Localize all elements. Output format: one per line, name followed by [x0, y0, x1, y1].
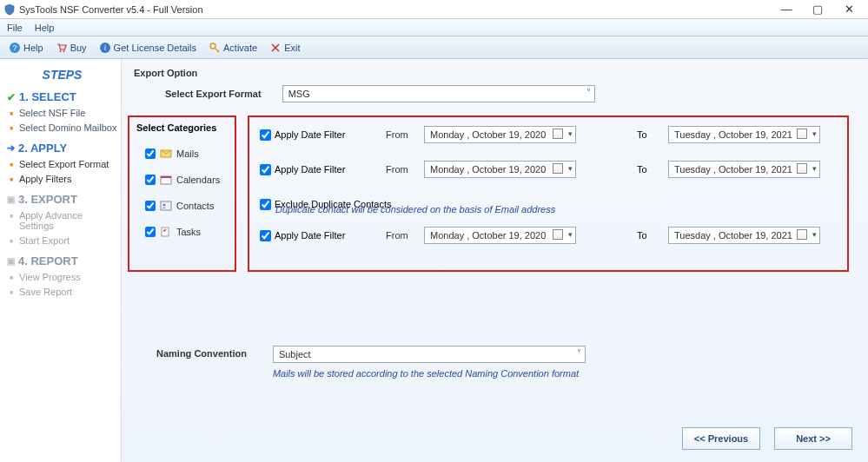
svg-rect-9 — [161, 176, 171, 178]
calendar-icon — [797, 129, 807, 139]
to-label: To — [637, 230, 659, 241]
cart-icon — [56, 42, 68, 54]
export-format-label: Select Export Format — [165, 89, 262, 99]
category-calendars[interactable]: Calendars — [145, 175, 228, 185]
tasks-date-filter-checkbox[interactable] — [260, 230, 271, 241]
svg-rect-10 — [161, 201, 171, 210]
naming-note: Mails will be stored according to the se… — [273, 368, 586, 379]
arrow-icon: ➔ — [7, 142, 15, 154]
content-panel: Export Option Select Export Format MSG S… — [122, 59, 868, 462]
category-tasks[interactable]: Tasks — [145, 227, 228, 237]
tasks-icon — [160, 227, 172, 237]
svg-text:i: i — [104, 43, 106, 52]
calendar-icon — [797, 163, 807, 174]
step-3-item-adv: Apply Advance Settings — [19, 210, 117, 231]
calendars-date-filter-checkbox[interactable] — [260, 164, 271, 175]
from-label: From — [386, 230, 415, 241]
step-2-title: ➔2. APPLY — [7, 142, 117, 155]
menu-file[interactable]: File — [7, 23, 23, 33]
from-label: From — [386, 129, 415, 140]
chevron-down-icon: ▾ — [568, 164, 573, 173]
steps-header: STEPS — [7, 68, 117, 82]
tasks-from-date[interactable]: Monday , October 19, 2020▾ — [424, 227, 576, 244]
help-button[interactable]: ? Help — [5, 40, 47, 56]
buy-button[interactable]: Buy — [52, 40, 90, 56]
help-icon: ? — [9, 42, 21, 54]
exit-button[interactable]: Exit — [266, 40, 303, 56]
filter-row-tasks: Apply Date Filter From Monday , October … — [260, 227, 837, 244]
step-1-title: ✔1. SELECT — [7, 90, 117, 103]
calendar-icon — [160, 175, 172, 185]
svg-point-11 — [162, 203, 165, 206]
naming-combo[interactable]: Subject — [273, 346, 586, 363]
contacts-icon — [160, 201, 172, 211]
maximize-button[interactable]: ▢ — [802, 1, 833, 18]
calendar-icon — [553, 229, 563, 240]
step-2-item-filters[interactable]: Apply Filters — [19, 174, 117, 184]
step-3-item-start: Start Export — [19, 235, 117, 246]
step-1-item-nsf[interactable]: Select NSF File — [19, 108, 117, 118]
previous-button[interactable]: << Previous — [682, 427, 760, 450]
square-icon: ▣ — [7, 195, 15, 204]
filters-panel: Apply Date Filter From Monday , October … — [248, 116, 849, 272]
chevron-down-icon: ▾ — [812, 164, 817, 173]
step-4-item-save: Save Report — [19, 287, 117, 297]
license-button[interactable]: i Get License Details — [96, 40, 200, 56]
chevron-down-icon: ▾ — [568, 129, 573, 138]
exit-icon — [269, 42, 282, 54]
filter-row-calendars: Apply Date Filter From Monday , October … — [260, 161, 837, 178]
category-mails[interactable]: Mails — [145, 148, 228, 159]
tasks-checkbox[interactable] — [145, 227, 156, 237]
step-1-item-domino[interactable]: Select Domino Mailbox — [19, 122, 117, 133]
app-icon — [3, 3, 16, 16]
info-icon: i — [99, 42, 111, 54]
next-button[interactable]: Next >> — [774, 427, 852, 450]
naming-label: Naming Convention — [156, 348, 247, 359]
step-2-item-format[interactable]: Select Export Format — [19, 159, 117, 169]
step-3-title: ▣3. EXPORT — [7, 193, 117, 206]
calendars-from-date[interactable]: Monday , October 19, 2020▾ — [424, 161, 576, 178]
calendars-checkbox[interactable] — [145, 175, 156, 185]
calendar-icon — [797, 229, 807, 240]
chevron-down-icon: ▾ — [568, 230, 573, 239]
naming-row: Naming Convention Subject Mails will be … — [156, 346, 586, 379]
svg-text:?: ? — [12, 43, 17, 52]
step-4-item-progress: View Progress — [19, 272, 117, 282]
contacts-checkbox[interactable] — [145, 201, 156, 211]
title-bar: SysTools NSF Converter v5.4 - Full Versi… — [0, 0, 868, 19]
mail-icon — [160, 148, 172, 159]
categories-header: Select Categories — [136, 122, 228, 133]
calendars-to-date[interactable]: Tuesday , October 19, 2021▾ — [668, 161, 820, 178]
mails-from-date[interactable]: Monday , October 19, 2020▾ — [424, 126, 576, 143]
close-button[interactable]: ✕ — [833, 1, 865, 18]
mails-checkbox[interactable] — [145, 148, 156, 159]
calendar-icon — [553, 129, 563, 139]
from-label: From — [386, 164, 415, 175]
check-icon: ✔ — [7, 91, 16, 103]
menu-help[interactable]: Help — [35, 23, 55, 33]
exclude-duplicate-checkbox[interactable] — [260, 199, 271, 210]
category-contacts[interactable]: Contacts — [145, 201, 228, 211]
calendar-icon — [553, 163, 563, 174]
steps-sidebar: STEPS ✔1. SELECT Select NSF File Select … — [0, 59, 122, 462]
export-option-header: Export Option — [134, 68, 856, 78]
tasks-to-date[interactable]: Tuesday , October 19, 2021▾ — [668, 227, 820, 244]
duplicate-note: Duplicate contact will be considered on … — [275, 204, 837, 214]
menu-bar: File Help — [0, 19, 868, 36]
chevron-down-icon: ▾ — [812, 230, 817, 239]
activate-button[interactable]: Activate — [205, 40, 261, 56]
svg-rect-12 — [162, 228, 169, 236]
to-label: To — [637, 129, 659, 140]
export-format-combo[interactable]: MSG — [282, 85, 595, 102]
mails-to-date[interactable]: Tuesday , October 19, 2021▾ — [668, 126, 820, 143]
minimize-button[interactable]: — — [771, 1, 802, 18]
key-icon — [209, 42, 221, 54]
square-icon: ▣ — [7, 256, 15, 266]
chevron-down-icon: ▾ — [812, 129, 817, 138]
svg-point-2 — [59, 50, 61, 52]
toolbar: ? Help Buy i Get License Details Activat… — [0, 36, 868, 59]
mails-date-filter-checkbox[interactable] — [260, 129, 271, 141]
svg-point-3 — [63, 50, 64, 52]
filter-row-mails: Apply Date Filter From Monday , October … — [260, 126, 837, 143]
step-4-title: ▣4. REPORT — [7, 254, 117, 267]
